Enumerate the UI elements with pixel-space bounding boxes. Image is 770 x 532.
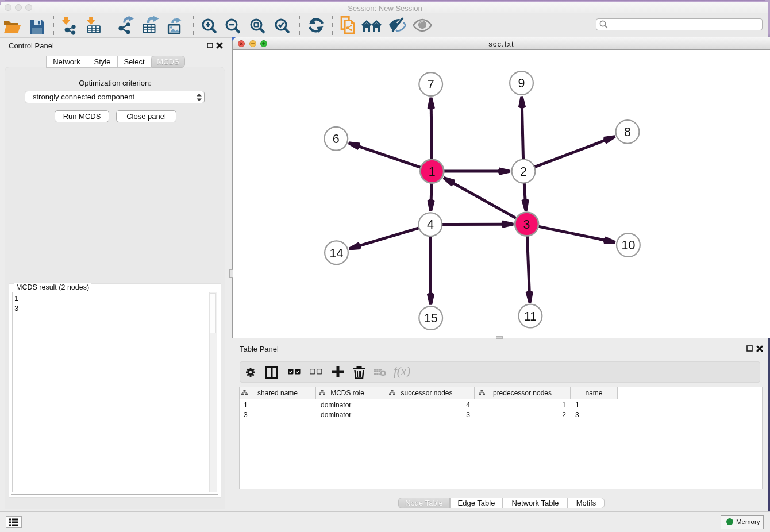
svg-text:14: 14 — [330, 246, 344, 260]
svg-text:6: 6 — [333, 132, 340, 146]
svg-text:7: 7 — [428, 78, 434, 91]
svg-text:2: 2 — [520, 165, 527, 179]
svg-text:3: 3 — [523, 218, 530, 232]
svg-text:11: 11 — [524, 310, 537, 323]
svg-text:8: 8 — [624, 125, 631, 139]
svg-text:15: 15 — [424, 311, 438, 325]
svg-text:1: 1 — [429, 165, 436, 179]
svg-text:4: 4 — [427, 218, 434, 232]
svg-text:10: 10 — [621, 238, 635, 252]
svg-text:9: 9 — [518, 76, 525, 90]
